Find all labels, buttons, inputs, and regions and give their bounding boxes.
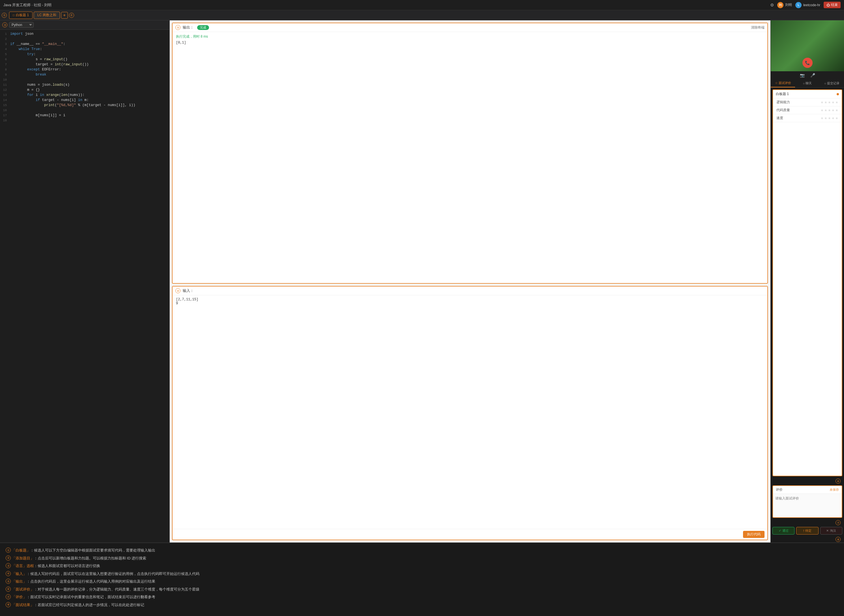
annotation-area: ①「白板题」：候选人可以下方空白编辑器中根据面试官要求填写代码，需要处理输入输出… bbox=[0, 543, 844, 614]
stars-logic[interactable]: ★ ★ ★ ★ ★ bbox=[821, 100, 838, 104]
line-content: import json bbox=[10, 32, 34, 36]
stars-speed[interactable]: ★ ★ ★ ★ ★ bbox=[821, 116, 838, 120]
check-icon: ✓ bbox=[779, 529, 781, 532]
code-line: 15 print("[%d,%d]" % (m[target - nums[i]… bbox=[0, 103, 169, 109]
mic-icon: 🎤 bbox=[810, 73, 815, 78]
camera-button[interactable]: 📷 bbox=[800, 73, 805, 78]
leetcode-user-info: L leetcode-hr bbox=[796, 2, 820, 8]
star-icon: ☆ bbox=[775, 81, 778, 85]
hold-button[interactable]: ! 待定 bbox=[796, 527, 818, 535]
star-3[interactable]: ★ bbox=[828, 116, 831, 120]
gear-icon[interactable]: ⚙ bbox=[770, 3, 774, 7]
language-select[interactable]: Python Java C++ JavaScript Go bbox=[9, 22, 34, 28]
star-5[interactable]: ★ bbox=[835, 100, 838, 104]
username-label: 刘明 bbox=[785, 3, 792, 7]
comment-textarea[interactable] bbox=[773, 494, 842, 516]
execution-time: 执行完成，用时 8 ms bbox=[176, 34, 764, 39]
stars-code[interactable]: ★ ★ ★ ★ ★ bbox=[821, 109, 838, 112]
footer-credit: CSON @Python老吕 bbox=[0, 614, 844, 616]
clear-terminal-button[interactable]: 清除终端 bbox=[751, 25, 765, 30]
annotation-7: ⑦ bbox=[835, 520, 841, 525]
star-2[interactable]: ★ bbox=[824, 109, 827, 112]
code-line: 14 if target - nums[i] in m: bbox=[0, 98, 169, 103]
reject-button[interactable]: ✕ 淘汰 bbox=[820, 527, 842, 535]
code-editor[interactable]: 1import json23if __name__ == "__main__":… bbox=[0, 30, 169, 543]
line-number: 18 bbox=[2, 119, 10, 122]
add-tab-button[interactable]: + bbox=[61, 12, 68, 19]
star-1[interactable]: ★ bbox=[821, 116, 823, 120]
star-5[interactable]: ★ bbox=[835, 109, 838, 112]
anno-text: 「输入」：候选人写好代码后，面试官可以在这里输入想要进行验证的用例，点击执行代码… bbox=[12, 571, 199, 577]
output-title: 输出： bbox=[183, 25, 194, 30]
unsaved-indicator: 未保存 bbox=[829, 488, 839, 492]
user-info: 刘 刘明 bbox=[777, 2, 792, 8]
line-number: 13 bbox=[2, 93, 10, 97]
mic-button[interactable]: 🎤 bbox=[810, 73, 815, 78]
star-1[interactable]: ★ bbox=[821, 109, 823, 112]
result-bar: ✓ 通过 ! 待定 ✕ 淘汰 bbox=[771, 525, 844, 536]
star-4[interactable]: ★ bbox=[832, 100, 835, 104]
code-line: 1import json bbox=[0, 32, 169, 37]
star-4[interactable]: ★ bbox=[832, 116, 835, 120]
header-right: ⚙ 刘 刘明 L leetcode-hr ⏻ 结束 bbox=[770, 2, 841, 8]
annotation-3: ③ bbox=[2, 22, 7, 28]
annotation-item: ⑧「面试结果」：若面试官已经可以判定候选人的进一步情况，可以在此处进行标记 bbox=[6, 602, 838, 608]
anno-text: 「白板题」：候选人可以下方空白编辑器中根据面试官要求填写代码，需要处理输入输出 bbox=[12, 547, 155, 553]
status-badge: 完成 bbox=[197, 25, 209, 30]
input-panel: ④ 输入： [2,7,11,15] 9 执行代码 bbox=[172, 286, 768, 540]
tab-lc[interactable]: LC 两数之和 bbox=[34, 12, 60, 19]
line-content: nums = json.loads(s) bbox=[10, 83, 70, 87]
line-content: if target - nums[i] in m: bbox=[10, 98, 89, 102]
code-line: 3if __name__ == "__main__": bbox=[0, 42, 169, 47]
video-area: 📞 bbox=[771, 21, 844, 71]
annotation-item: ③「语言」选框：候选人和面试官都可以对语言进行切换 bbox=[6, 563, 838, 569]
anno-circle: ⑦ bbox=[6, 594, 11, 599]
input-body[interactable]: [2,7,11,15] 9 bbox=[173, 295, 767, 529]
tab-bar: ① □ 白板题 1 LC 两数之和 + ② bbox=[0, 10, 844, 21]
star-2[interactable]: ★ bbox=[824, 116, 827, 120]
tab-whiteboard[interactable]: □ 白板题 1 bbox=[9, 12, 32, 19]
line-number: 7 bbox=[2, 63, 10, 66]
end-call-button[interactable]: 📞 bbox=[802, 58, 813, 68]
pass-button[interactable]: ✓ 通过 bbox=[772, 527, 794, 535]
eval-row-speed: 速度 ★ ★ ★ ★ ★ bbox=[773, 114, 842, 122]
end-button[interactable]: ⏻ 结束 bbox=[823, 2, 841, 8]
line-number: 11 bbox=[2, 83, 10, 87]
annotation-item: ①「白板题」：候选人可以下方空白编辑器中根据面试官要求填写代码，需要处理输入输出 bbox=[6, 547, 838, 553]
line-number: 14 bbox=[2, 98, 10, 102]
star-4[interactable]: ★ bbox=[832, 109, 835, 112]
line-content: print("[%d,%d]" % (m[target - nums[i]], … bbox=[10, 103, 135, 107]
star-1[interactable]: ★ bbox=[821, 100, 823, 104]
input-line2: 9 bbox=[176, 302, 764, 305]
line-content: target = int(raw_input()) bbox=[10, 63, 89, 66]
star-5[interactable]: ★ bbox=[835, 116, 838, 120]
tab-interview-eval[interactable]: ☆ 面试评价 bbox=[771, 79, 795, 87]
run-code-button[interactable]: 执行代码 bbox=[743, 531, 765, 538]
output-header: ⑤ 输出： 完成 清除终端 bbox=[173, 23, 767, 32]
annotation-item: ⑤「输出」：点击执行代码后，这里会展示运行候选人代码输入用例的对应输出及运行结果 bbox=[6, 579, 838, 584]
line-number: 9 bbox=[2, 73, 10, 76]
code-line: 6 s = raw_input() bbox=[0, 57, 169, 63]
anno-circle: ③ bbox=[6, 563, 11, 568]
star-2[interactable]: ★ bbox=[824, 100, 827, 104]
chat-icon: ○ bbox=[803, 82, 805, 85]
avatar-liu: 刘 bbox=[777, 2, 784, 8]
tab-interview-chat[interactable]: ○ 聊天 bbox=[795, 79, 819, 87]
anno-circle: ⑤ bbox=[6, 579, 11, 584]
eval-panel: 白板题 1 逻辑能力 ★ ★ ★ ★ ★ 代码质量 ★ ★ bbox=[772, 89, 842, 476]
annotation-5: ⑤ bbox=[175, 25, 180, 30]
star-3[interactable]: ★ bbox=[828, 100, 831, 104]
line-number: 5 bbox=[2, 52, 10, 56]
reject-icon: ✕ bbox=[826, 529, 829, 532]
app-header: Java 开发工程师 · 社招 - 刘明 ⚙ 刘 刘明 L leetcode-h… bbox=[0, 0, 844, 10]
annotation-item: ⑦「评价」：面试官可以实时记录面试中的重要信息和笔记，面试结束后可以进行翻看参考 bbox=[6, 594, 838, 600]
code-line: 2 bbox=[0, 37, 169, 42]
editor-section: ③ Python Java C++ JavaScript Go 1import … bbox=[0, 21, 170, 543]
tab-interview-records[interactable]: ○ 提交记录 bbox=[820, 79, 844, 87]
camera-icon: 📷 bbox=[800, 73, 805, 78]
whiteboard-icon: □ bbox=[13, 13, 15, 17]
star-3[interactable]: ★ bbox=[828, 109, 831, 112]
anno-circle: ⑧ bbox=[6, 602, 11, 607]
output-result: [0,1] bbox=[176, 41, 764, 45]
orange-indicator bbox=[837, 93, 839, 95]
